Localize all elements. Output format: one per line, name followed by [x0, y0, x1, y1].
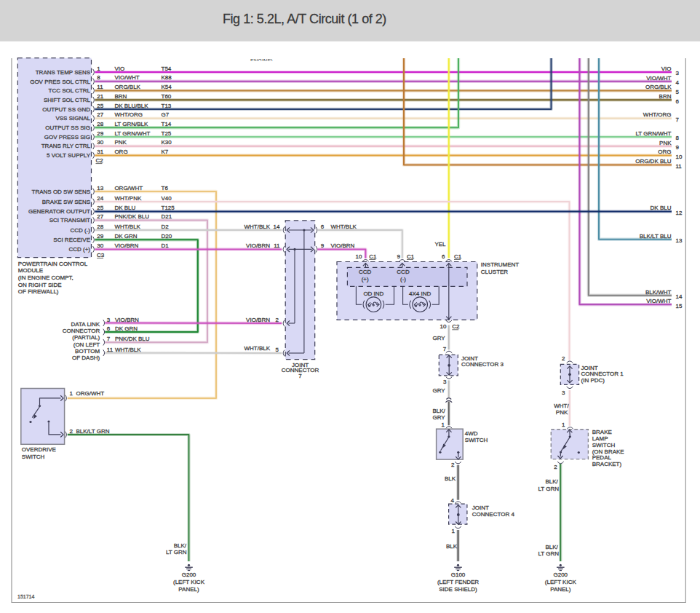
- svg-text:OF FIREWALL): OF FIREWALL): [18, 288, 59, 295]
- svg-text:WHT/BLK: WHT/BLK: [244, 345, 270, 352]
- svg-text:GRY: GRY: [433, 335, 446, 341]
- svg-text:(+): (+): [362, 276, 369, 282]
- svg-text:VIO/WHT: VIO/WHT: [646, 75, 671, 82]
- svg-text:WHT/ORG: WHT/ORG: [643, 111, 672, 118]
- svg-text:OUTPUT SS GND: OUTPUT SS GND: [42, 106, 90, 113]
- svg-text:3: 3: [443, 379, 447, 385]
- svg-text:1: 1: [442, 422, 445, 428]
- svg-text:7: 7: [676, 116, 680, 123]
- svg-text:BOTTOM: BOTTOM: [75, 348, 100, 355]
- svg-text:SWITCH: SWITCH: [465, 437, 488, 443]
- svg-text:C1: C1: [407, 253, 415, 260]
- svg-text:G200: G200: [182, 572, 196, 578]
- svg-text:DK GRN: DK GRN: [115, 325, 138, 332]
- svg-text:ON RIGHT SIDE: ON RIGHT SIDE: [18, 282, 62, 288]
- svg-text:WHT/: WHT/: [554, 403, 569, 409]
- svg-text:1: 1: [562, 422, 565, 428]
- svg-text:6: 6: [676, 98, 680, 105]
- svg-text:VIO/BRN: VIO/BRN: [115, 317, 139, 323]
- svg-text:BRAKE SW SENS: BRAKE SW SENS: [42, 199, 90, 205]
- svg-text:10: 10: [440, 323, 446, 330]
- svg-text:CCD: CCD: [359, 269, 372, 275]
- svg-text:PANEL): PANEL): [178, 586, 199, 593]
- svg-text:7: 7: [107, 336, 111, 342]
- svg-text:CCD: CCD: [397, 269, 410, 275]
- svg-text:4: 4: [676, 79, 680, 86]
- svg-text:GRY: GRY: [433, 414, 446, 421]
- svg-text:7: 7: [443, 346, 447, 352]
- svg-text:3: 3: [676, 70, 680, 76]
- svg-text:2: 2: [554, 464, 557, 470]
- svg-text:BLK/: BLK/: [545, 544, 558, 550]
- svg-text:C2: C2: [452, 323, 460, 330]
- svg-text:C1: C1: [454, 253, 462, 260]
- svg-text:DATA LINK: DATA LINK: [71, 321, 100, 328]
- svg-text:OD IND: OD IND: [363, 290, 383, 297]
- svg-text:GOV PRESS SIG: GOV PRESS SIG: [44, 134, 90, 141]
- svg-text:GOV PRES SOL CTRL: GOV PRES SOL CTRL: [30, 79, 90, 85]
- svg-text:CONNECTOR 3: CONNECTOR 3: [461, 361, 504, 368]
- svg-text:SWITCH: SWITCH: [22, 454, 45, 460]
- svg-text:ORG/BLK: ORG/BLK: [645, 84, 672, 90]
- svg-text:VSS SIGNAL: VSS SIGNAL: [55, 115, 90, 122]
- svg-text:GRY: GRY: [433, 387, 446, 394]
- svg-text:BLK: BLK: [445, 475, 456, 482]
- svg-text:4WD: 4WD: [465, 430, 478, 437]
- svg-text:VIO/WHT: VIO/WHT: [646, 298, 671, 304]
- svg-text:TRANS RLY CTRL: TRANS RLY CTRL: [41, 143, 91, 149]
- svg-text:2: 2: [562, 355, 565, 362]
- svg-text:CCD (-): CCD (-): [70, 227, 90, 234]
- svg-text:13: 13: [676, 237, 683, 244]
- svg-text:ORG/WHT: ORG/WHT: [76, 390, 105, 397]
- svg-text:WHT/BLK: WHT/BLK: [115, 347, 141, 353]
- svg-text:G200: G200: [554, 572, 568, 578]
- svg-text:2: 2: [451, 462, 455, 468]
- svg-text:15: 15: [676, 303, 683, 309]
- svg-text:11: 11: [107, 347, 114, 353]
- svg-text:PNK: PNK: [659, 140, 672, 146]
- svg-text:151714: 151714: [17, 594, 34, 599]
- svg-text:9: 9: [676, 144, 680, 151]
- svg-text:11: 11: [274, 242, 280, 249]
- svg-text:CONNECTOR: CONNECTOR: [63, 328, 100, 334]
- svg-text:1: 1: [70, 390, 73, 397]
- svg-text:(IN PDC): (IN PDC): [581, 377, 605, 384]
- svg-text:(LEFT FENDER: (LEFT FENDER: [437, 579, 479, 585]
- svg-text:INSTRUMENT: INSTRUMENT: [481, 261, 520, 268]
- svg-text:ORG/DK BLU: ORG/DK BLU: [635, 158, 672, 165]
- svg-text:C1: C1: [369, 253, 377, 260]
- svg-text:3: 3: [562, 389, 565, 396]
- svg-text:PANEL): PANEL): [550, 586, 571, 593]
- svg-text:Fig 1: 5.2L, A/T Circuit (1 of: Fig 1: 5.2L, A/T Circuit (1 of 2): [223, 12, 386, 26]
- svg-text:C3: C3: [97, 252, 105, 258]
- svg-text:14: 14: [676, 293, 683, 300]
- svg-text:10: 10: [676, 154, 683, 160]
- svg-text:BLK/: BLK/: [545, 478, 558, 485]
- svg-text:BLK/WHT: BLK/WHT: [645, 289, 672, 296]
- svg-text:SWITCH: SWITCH: [592, 442, 616, 448]
- svg-text:SHIFT SOL CTRL: SHIFT SOL CTRL: [44, 97, 91, 103]
- svg-text:G100: G100: [451, 572, 466, 578]
- svg-text:11: 11: [676, 163, 683, 170]
- svg-text:4: 4: [451, 497, 455, 504]
- svg-text:(-): (-): [400, 276, 406, 282]
- svg-text:14: 14: [274, 224, 280, 230]
- svg-text:10: 10: [355, 253, 362, 260]
- svg-text:LT GRN/WHT: LT GRN/WHT: [635, 130, 671, 137]
- svg-text:C2: C2: [96, 157, 104, 164]
- svg-text:2: 2: [276, 317, 279, 323]
- svg-text:8: 8: [676, 135, 680, 141]
- svg-text:OF DASH): OF DASH): [72, 355, 100, 361]
- svg-text:(IN ENGINE COMPT,: (IN ENGINE COMPT,: [18, 274, 73, 281]
- svg-text:5: 5: [676, 89, 680, 95]
- svg-text:LT GRN: LT GRN: [538, 550, 559, 557]
- svg-text:LAMP: LAMP: [592, 435, 608, 442]
- svg-text:(ON LEFT: (ON LEFT: [73, 341, 100, 348]
- svg-text:BLK: BLK: [446, 543, 458, 550]
- svg-text:1: 1: [452, 528, 456, 534]
- svg-text:12: 12: [676, 210, 683, 216]
- svg-text:SCI RECEIVE: SCI RECEIVE: [53, 237, 90, 243]
- svg-text:VIO/BRN: VIO/BRN: [246, 242, 270, 249]
- svg-text:BRACKET): BRACKET): [592, 461, 622, 467]
- svg-text:BLK/LT BLU: BLK/LT BLU: [640, 233, 672, 240]
